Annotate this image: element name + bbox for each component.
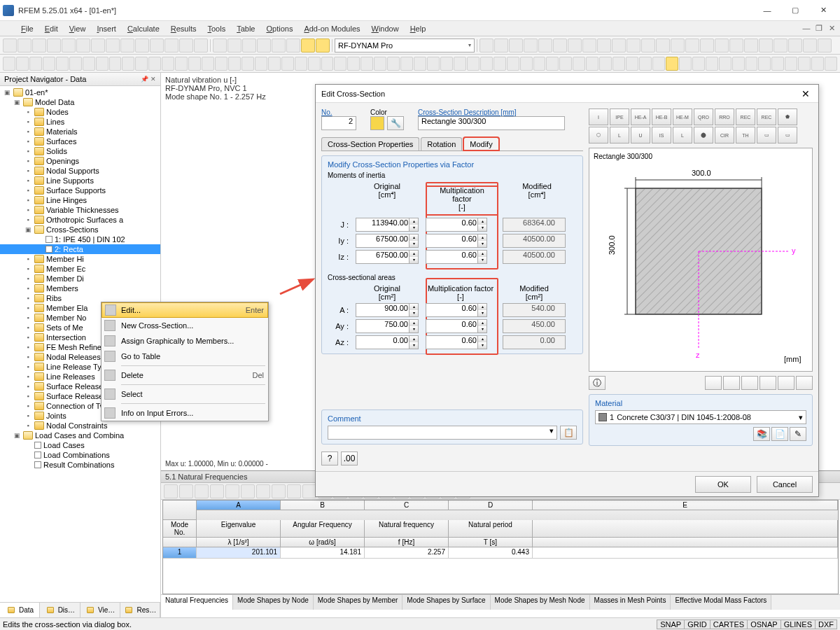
toolbar-button[interactable] [639,57,652,71]
toolbar-button[interactable] [76,38,90,52]
minimize-button[interactable]: ― [753,1,781,20]
tree-cs-2[interactable]: 2: Recta [0,244,160,254]
toolbar-button[interactable] [202,57,214,71]
toolbar-button[interactable] [785,57,797,71]
nav-tab-Data[interactable]: Data [0,603,40,617]
menu-edit[interactable]: Edit [39,23,64,34]
ctx-edit-[interactable]: Edit...Enter [102,302,268,318]
toolbar-button[interactable] [533,57,546,71]
toolbar-button[interactable] [175,57,188,71]
tree-root[interactable]: ▣01-en* [0,88,160,97]
dialog-close-button[interactable]: ✕ [799,88,813,99]
status-cell-cartes[interactable]: CARTES [710,620,748,629]
toolbar-button[interactable] [774,38,788,52]
section-type-button[interactable]: HE-A [631,108,650,125]
library-button[interactable]: 🔧 [387,116,404,130]
cancel-button[interactable]: Cancel [757,476,813,493]
toolbar-button[interactable] [268,57,281,71]
toolbar-button[interactable] [700,38,714,52]
toolbar-button[interactable] [427,57,440,71]
toolbar-button[interactable] [493,57,506,71]
preview-tool-button[interactable] [705,376,722,390]
toolbar-button[interactable] [494,38,508,52]
factor-field[interactable]: 0.60▴▾ [426,303,487,317]
section-type-button[interactable]: REC [757,108,776,125]
ctx-info-on-input-errors-[interactable]: Info on Input Errors... [102,405,268,421]
preview-tool-button[interactable] [778,376,794,390]
toolbar-button[interactable] [16,57,29,71]
ctx-select[interactable]: Select [102,386,268,402]
section-type-button[interactable]: ▭ [778,127,797,144]
toolbar-button[interactable] [122,57,134,71]
tree-item[interactable]: ▪Line Hinges [0,195,160,205]
pin-icon[interactable]: 📌 ✕ [141,76,156,83]
status-cell-dxf[interactable]: DXF [815,620,837,629]
toolbar-button[interactable] [3,57,15,71]
toolbar-button[interactable] [818,38,832,52]
ctx-delete[interactable]: DeleteDel [102,368,268,383]
tree-item[interactable]: ▪Solids [0,146,160,156]
table-toolbar-button[interactable] [241,484,255,498]
toolbar-button[interactable] [91,38,105,52]
toolbar-button[interactable] [69,57,82,71]
section-type-button[interactable]: ⬤ [694,127,713,144]
toolbar-button[interactable] [798,57,811,71]
toolbar-button[interactable] [148,57,161,71]
mdi-minimize-button[interactable]: ― [801,24,812,33]
section-type-button[interactable]: HE-B [652,108,671,125]
toolbar-button[interactable] [321,57,334,71]
toolbar-button[interactable] [18,38,31,52]
tables-tab[interactable]: Mode Shapes by Mesh Node [491,595,590,610]
toolbar-button[interactable] [164,38,178,52]
tab-modify[interactable]: Modify [463,137,498,150]
toolbar-button[interactable] [414,57,426,71]
toolbar-button[interactable] [524,38,538,52]
section-type-button[interactable]: IPE [610,108,629,125]
material-combo[interactable]: 1 Concrete C30/37 | DIN 1045-1:2008-08 ▾ [595,410,806,424]
tree-item[interactable]: ▪Member Di [0,274,160,284]
table-toolbar-button[interactable] [179,484,193,498]
toolbar-button[interactable] [479,38,493,52]
toolbar-button[interactable] [803,38,817,52]
toolbar-button[interactable] [788,38,802,52]
toolbar-button[interactable] [257,38,271,52]
table-toolbar-button[interactable] [256,484,270,498]
toolbar-button[interactable] [811,57,824,71]
status-cell-grid[interactable]: GRID [684,620,710,629]
menu-view[interactable]: View [64,23,92,34]
no-field[interactable]: 2 [321,116,356,130]
toolbar-button[interactable] [43,57,55,71]
ok-button[interactable]: OK [695,476,751,493]
nav-tab-Dis[interactable]: Dis… [40,603,80,617]
toolbar-button[interactable] [360,57,373,71]
tree-item[interactable]: ▪Variable Thicknesses [0,205,160,215]
mdi-close-button[interactable]: ✕ [826,24,837,33]
toolbar-button[interactable] [553,38,567,52]
toolbar-button[interactable] [281,57,294,71]
toolbar-button[interactable] [228,57,241,71]
module-combo[interactable]: RF-DYNAM Pro [335,38,475,52]
toolbar-button[interactable] [719,57,732,71]
toolbar-button[interactable] [568,38,582,52]
section-type-button[interactable]: L [673,127,692,144]
original-field[interactable]: 900.00▴▾ [356,303,419,317]
original-field[interactable]: 67500.00▴▾ [356,234,419,248]
tables-tab[interactable]: Mode Shapes by Surface [402,595,490,610]
toolbar-button[interactable] [308,57,321,71]
toolbar-button[interactable] [692,57,705,71]
toolbar-button[interactable] [597,38,611,52]
tree-item[interactable]: ▪Surface Supports [0,186,160,195]
ctx-assign-graphically-to-members-[interactable]: Assign Graphically to Members... [102,333,268,349]
toolbar-button[interactable] [626,38,640,52]
toolbar-button[interactable] [56,57,69,71]
section-type-button[interactable]: I [589,108,608,125]
tree-model-data[interactable]: ▣Model Data [0,97,160,107]
toolbar-button[interactable] [241,57,254,71]
toolbar-button[interactable] [162,57,174,71]
tree-item[interactable]: ▪Members [0,284,160,293]
maximize-button[interactable]: ▢ [781,1,809,20]
menu-help[interactable]: Help [405,23,432,34]
close-button[interactable]: ✕ [809,1,837,20]
original-field[interactable]: 0.00▴▾ [356,335,419,349]
toolbar-button[interactable] [188,57,201,71]
